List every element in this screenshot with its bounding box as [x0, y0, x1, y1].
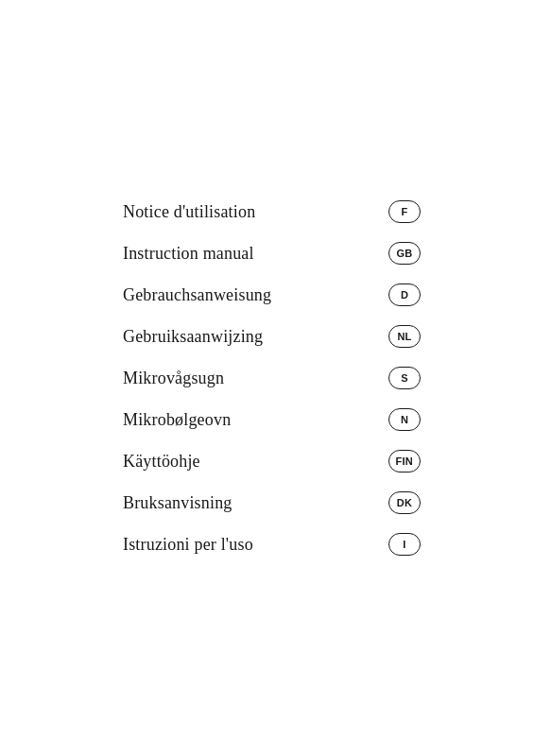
list-item-french: Notice d'utilisationF [123, 191, 421, 232]
list-item-finnish: KäyttöohjeFIN [123, 440, 421, 482]
manual-label-german: Gebrauchsanweisung [123, 285, 271, 305]
lang-badge-english: GB [388, 242, 421, 265]
lang-badge-french: F [388, 200, 421, 223]
lang-badge-swedish: S [388, 367, 421, 389]
list-item-dutch: GebruiksaanwijzingNL [123, 316, 421, 357]
manual-list: Notice d'utilisationFInstruction manualG… [123, 191, 421, 565]
manual-label-finnish: Käyttöohje [123, 452, 200, 472]
manual-label-danish: Bruksanvisning [123, 493, 233, 513]
page-container: Notice d'utilisationFInstruction manualG… [0, 0, 534, 756]
list-item-swedish: MikrovågsugnS [123, 357, 421, 399]
lang-badge-german: D [388, 284, 421, 306]
lang-badge-finnish: FIN [388, 450, 421, 472]
lang-badge-norwegian: N [388, 408, 421, 431]
manual-label-french: Notice d'utilisation [123, 202, 255, 222]
manual-label-italian: Istruzioni per l'uso [123, 535, 253, 555]
manual-label-swedish: Mikrovågsugn [123, 369, 224, 388]
list-item-danish: BruksanvisningDK [123, 482, 421, 524]
manual-label-english: Instruction manual [123, 244, 254, 264]
lang-badge-italian: I [388, 533, 421, 556]
manual-label-norwegian: Mikrobølgeovn [123, 410, 231, 430]
list-item-english: Instruction manualGB [123, 232, 421, 274]
lang-badge-danish: DK [388, 491, 421, 514]
manual-label-dutch: Gebruiksaanwijzing [123, 327, 263, 347]
lang-badge-dutch: NL [388, 325, 421, 348]
list-item-norwegian: MikrobølgeovnN [123, 399, 421, 440]
list-item-italian: Istruzioni per l'usoI [123, 524, 421, 565]
list-item-german: GebrauchsanweisungD [123, 274, 421, 316]
